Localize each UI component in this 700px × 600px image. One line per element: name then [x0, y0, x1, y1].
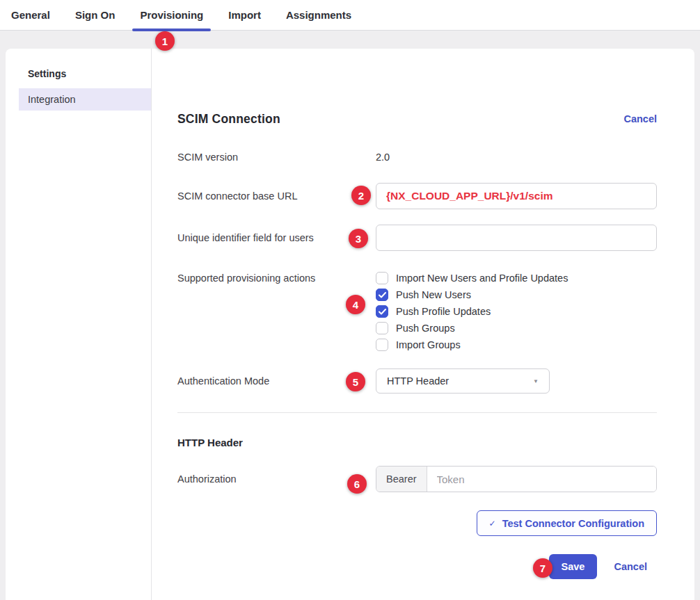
sidebar-item-label: Integration [28, 94, 76, 105]
unique-identifier-input[interactable] [376, 225, 657, 251]
option-import-groups: Import Groups [376, 337, 568, 353]
option-push-new-users: Push New Users [376, 286, 568, 303]
scim-connection-panel: SCIM Connection Cancel SCIM version 2.0 … [152, 49, 694, 600]
checkbox-push-profile-updates[interactable] [376, 305, 388, 318]
base-url-row: SCIM connector base URL [177, 183, 657, 209]
annotation-badge-1: 1 [155, 31, 175, 51]
option-label: Push Profile Updates [396, 306, 491, 317]
option-label: Push New Users [396, 289, 471, 300]
check-icon [379, 292, 386, 298]
authentication-mode-row: Authentication Mode HTTP Header ▼ [177, 368, 657, 394]
bearer-prefix: Bearer [376, 467, 427, 492]
option-import-new-users: Import New Users and Profile Updates [376, 270, 568, 286]
chevron-down-icon: ▼ [533, 378, 539, 384]
authorization-row: Authorization Bearer [177, 466, 657, 492]
base-url-input[interactable] [376, 183, 657, 209]
check-icon: ✓ [489, 519, 496, 528]
tab-import[interactable]: Import [221, 0, 269, 30]
tab-provisioning[interactable]: Provisioning [132, 0, 211, 30]
authentication-mode-select[interactable]: HTTP Header ▼ [376, 368, 550, 394]
section-divider [177, 412, 657, 413]
option-label: Import Groups [396, 339, 461, 350]
save-row: Save Cancel [177, 554, 657, 579]
scim-version-value: 2.0 [376, 152, 390, 163]
page-title: SCIM Connection [177, 112, 280, 127]
option-label: Import New Users and Profile Updates [396, 273, 568, 284]
cancel-button[interactable]: Cancel [614, 561, 647, 572]
annotation-badge-3: 3 [349, 229, 368, 248]
unique-id-label: Unique identifier field for users [177, 232, 376, 243]
app-tabbar: General Sign On Provisioning Import Assi… [0, 0, 700, 31]
provisioning-actions-options: Import New Users and Profile Updates Pus… [376, 270, 568, 353]
settings-sidebar: Settings Integration [6, 49, 152, 600]
option-push-profile-updates: Push Profile Updates [376, 303, 568, 320]
annotation-badge-4: 4 [346, 295, 365, 314]
tab-general[interactable]: General [3, 0, 58, 30]
test-connector-button[interactable]: ✓ Test Connector Configuration [477, 510, 657, 536]
annotation-badge-6: 6 [347, 474, 367, 494]
tab-assignments[interactable]: Assignments [278, 0, 359, 30]
settings-card: Settings Integration SCIM Connection Can… [6, 49, 694, 600]
base-url-label: SCIM connector base URL [177, 190, 376, 202]
save-button[interactable]: Save [549, 554, 598, 579]
checkbox-push-groups[interactable] [376, 322, 388, 334]
tab-sign-on[interactable]: Sign On [67, 0, 123, 30]
test-connector-row: ✓ Test Connector Configuration [177, 510, 657, 536]
http-header-section-title: HTTP Header [177, 437, 657, 448]
sidebar-heading: Settings [28, 68, 151, 79]
checkbox-import-groups[interactable] [376, 339, 388, 351]
scim-version-row: SCIM version 2.0 [177, 150, 657, 164]
test-connector-label: Test Connector Configuration [502, 518, 644, 529]
check-icon [379, 309, 386, 315]
authorization-input-group: Bearer [376, 466, 657, 492]
cancel-link-top[interactable]: Cancel [623, 113, 657, 124]
unique-id-row: Unique identifier field for users [177, 225, 657, 251]
annotation-badge-7: 7 [533, 558, 552, 578]
provisioning-actions-label: Supported provisioning actions [177, 270, 376, 286]
provisioning-actions-row: Supported provisioning actions Import Ne… [177, 270, 657, 353]
annotation-badge-2: 2 [351, 186, 371, 205]
token-input[interactable] [427, 467, 656, 492]
selected-value: HTTP Header [387, 375, 449, 387]
option-push-groups: Push Groups [376, 320, 568, 337]
option-label: Push Groups [396, 323, 455, 334]
checkbox-import-new-users[interactable] [376, 272, 388, 284]
authorization-label: Authorization [177, 473, 376, 485]
checkbox-push-new-users[interactable] [376, 289, 388, 301]
annotation-badge-5: 5 [346, 372, 365, 391]
scim-version-label: SCIM version [177, 152, 376, 163]
sidebar-item-integration[interactable]: Integration [19, 88, 151, 111]
